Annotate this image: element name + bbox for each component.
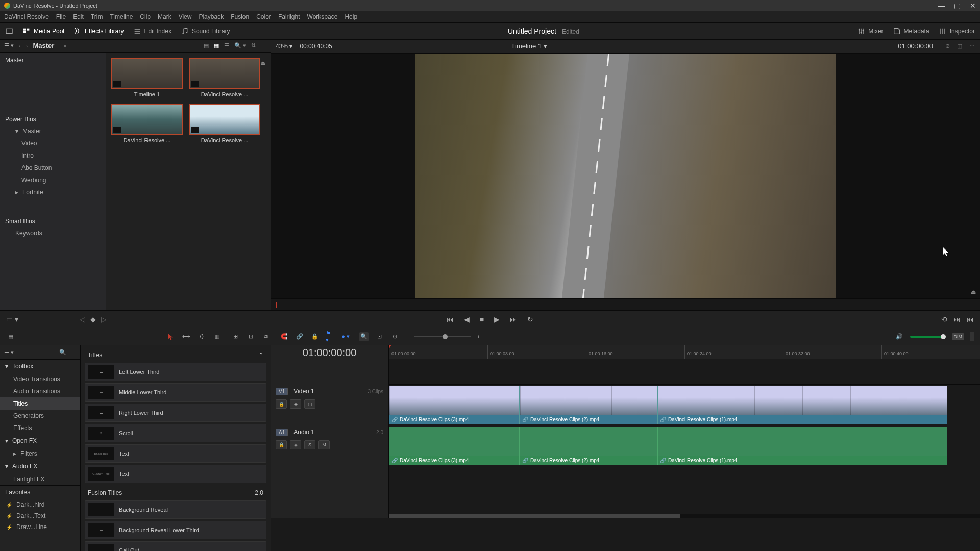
play-button[interactable]: ▶ [494, 315, 500, 323]
menu-item[interactable]: Help [345, 13, 357, 20]
menu-item[interactable]: Fusion [231, 13, 249, 20]
marker-dropdown[interactable]: ● ▾ [341, 332, 350, 341]
mute-button[interactable]: M [318, 440, 330, 449]
go-end-button[interactable]: ⏭ [953, 315, 961, 323]
fusion-titles-header[interactable]: Fusion Titles [88, 489, 122, 496]
favorites-header[interactable]: Favorites [0, 486, 80, 499]
fx-search-button[interactable]: 🔍 [59, 349, 66, 356]
match-frame-button[interactable]: ⏏ [971, 289, 976, 295]
options-button[interactable]: ⋯ [261, 42, 266, 49]
clip-item-timeline[interactable]: Timeline 1 [111, 58, 183, 97]
master-bin[interactable]: Master [0, 53, 106, 66]
disable-track-button[interactable]: ▢ [304, 399, 315, 409]
bypass-fx-button[interactable]: ⊘ [945, 43, 950, 49]
selection-tool[interactable] [166, 332, 176, 341]
detail-zoom-button[interactable]: ⊡ [375, 332, 384, 341]
fx-category[interactable]: Video Transitions [0, 373, 80, 385]
view-thumb-button[interactable]: ▦ [214, 42, 219, 49]
audio-track-header[interactable]: A1 Audio 1 2.0 🔒 ◈ S M [271, 425, 388, 466]
fx-panel-button[interactable]: ☰ ▾ [4, 349, 14, 356]
video-clip[interactable]: 🔗DaVinci Resolve Clips (2).mp4 [520, 386, 657, 424]
audio-clip[interactable]: 🔗DaVinci Resolve Clips (1).mp4 [657, 427, 947, 465]
nav-back-button[interactable]: ‹ [19, 43, 21, 49]
audio-clip[interactable]: 🔗DaVinci Resolve Clips (2).mp4 [520, 427, 657, 465]
next-edit-button[interactable]: ▷ [101, 315, 107, 323]
title-preset[interactable]: Call Out [85, 541, 266, 551]
menu-item[interactable]: Mark [158, 13, 172, 20]
audio-track[interactable]: 🔗DaVinci Resolve Clips (3).mp4 🔗DaVinci … [389, 425, 980, 466]
lock-track-button[interactable]: 🔒 [276, 399, 287, 409]
view-metadata-button[interactable]: ▤ [204, 42, 209, 49]
clip-item[interactable]: DaVinci Resolve ... [189, 58, 260, 97]
v1-badge[interactable]: V1 [276, 388, 288, 395]
bin-item[interactable]: Abo Button [0, 162, 106, 174]
auto-select-button[interactable]: ◈ [290, 440, 301, 449]
lock-button[interactable]: 🔒 [310, 332, 320, 341]
clip-item[interactable]: DaVinci Resolve ... [111, 104, 183, 143]
menu-item[interactable]: DaVinci Resolve [4, 13, 49, 20]
zoom-out-button[interactable]: − [405, 334, 408, 340]
fx-options-button[interactable]: ⋯ [70, 349, 76, 356]
menu-item[interactable]: File [56, 13, 66, 20]
sound-library-toggle[interactable]: Sound Library [181, 27, 230, 35]
openfx-header[interactable]: ▾Open FX [0, 434, 80, 447]
search-button[interactable]: 🔍 ▾ [234, 42, 246, 49]
metadata-toggle[interactable]: Metadata [893, 27, 929, 35]
go-start-button[interactable]: ⏮ [967, 315, 974, 323]
nav-fwd-button[interactable]: › [26, 43, 28, 49]
first-frame-button[interactable]: ⏮ [447, 315, 454, 323]
mute-button[interactable]: 🔊 [895, 332, 904, 341]
video-track[interactable]: 🔗DaVinci Resolve Clips (3).mp4 🔗DaVinci … [389, 385, 980, 425]
insert-clip-button[interactable]: ⊞ [231, 332, 240, 341]
solo-button[interactable]: S [304, 440, 315, 449]
toolbox-header[interactable]: ▾Toolbox [0, 360, 80, 373]
title-preset[interactable]: Basic TitleText [85, 444, 266, 463]
menu-item[interactable]: Timeline [110, 13, 133, 20]
fx-category[interactable]: ▸Filters [0, 447, 80, 460]
fullscreen-viewer-button[interactable] [5, 27, 13, 35]
a1-badge[interactable]: A1 [276, 429, 288, 436]
favorite-item[interactable]: Dark...Text [0, 510, 80, 521]
video-track-header[interactable]: V1 Video 1 🔒 ◈ ▢ 3 Clips [271, 385, 388, 425]
title-preset[interactable]: ▬Background Reveal Lower Third [85, 521, 266, 539]
loop-toggle-button[interactable]: ⟲ [941, 315, 947, 323]
smart-bins-header[interactable]: Smart Bins [0, 214, 106, 227]
bin-item[interactable]: Intro [0, 149, 106, 162]
snap-button[interactable]: 🧲 [280, 332, 289, 341]
media-pool-toggle[interactable]: Media Pool [22, 27, 64, 35]
lock-track-button[interactable]: 🔒 [276, 440, 287, 449]
video-clip[interactable]: 🔗DaVinci Resolve Clips (3).mp4 [389, 386, 520, 424]
playhead[interactable] [389, 345, 389, 518]
bin-item[interactable]: Video [0, 137, 106, 149]
titles-header[interactable]: Titles [88, 352, 102, 359]
volume-slider[interactable] [910, 336, 946, 338]
auto-select-button[interactable]: ◈ [290, 399, 301, 409]
power-bins-header[interactable]: Power Bins [0, 112, 106, 125]
trim-tool[interactable]: ⟷ [182, 332, 191, 341]
fx-category[interactable]: Audio Transitions [0, 385, 80, 397]
zoom-search-button[interactable]: 🔍 [359, 332, 369, 341]
collapse-icon[interactable]: ⌃ [258, 352, 263, 359]
link-button[interactable]: 🔗 [295, 332, 304, 341]
timeline-name-dropdown[interactable]: Timeline 1 ▾ [511, 42, 547, 50]
viewer-scrubber[interactable]: ⏏ [271, 298, 980, 310]
insert-mode-dropdown[interactable]: ▭ ▾ [6, 315, 18, 323]
fx-category-titles[interactable]: Titles [0, 397, 80, 410]
title-preset[interactable]: ▬Right Lower Third [85, 404, 266, 422]
favorite-item[interactable]: Draw...Line [0, 521, 80, 533]
eject-icon[interactable]: ⏏ [260, 60, 265, 66]
bin-list-button[interactable]: ☰ ▾ [4, 42, 14, 49]
loop-button[interactable]: ↻ [527, 315, 533, 323]
overwrite-clip-button[interactable]: ⊡ [246, 332, 255, 341]
mixer-toggle[interactable]: Mixer [857, 27, 883, 35]
menu-item[interactable]: View [179, 13, 192, 20]
viewer-options-button[interactable]: ⋯ [969, 43, 975, 49]
inspector-toggle[interactable]: Inspector [939, 27, 975, 35]
minimize-button[interactable]: — [938, 2, 945, 10]
audio-clip[interactable]: 🔗DaVinci Resolve Clips (3).mp4 [389, 427, 520, 465]
title-preset[interactable]: ▬Left Lower Third [85, 363, 266, 381]
menu-item[interactable]: Clip [140, 13, 151, 20]
title-preset[interactable]: Background Reveal [85, 500, 266, 519]
blade-tool[interactable]: ▥ [212, 332, 222, 341]
prev-edit-button[interactable]: ◁ [80, 315, 85, 323]
